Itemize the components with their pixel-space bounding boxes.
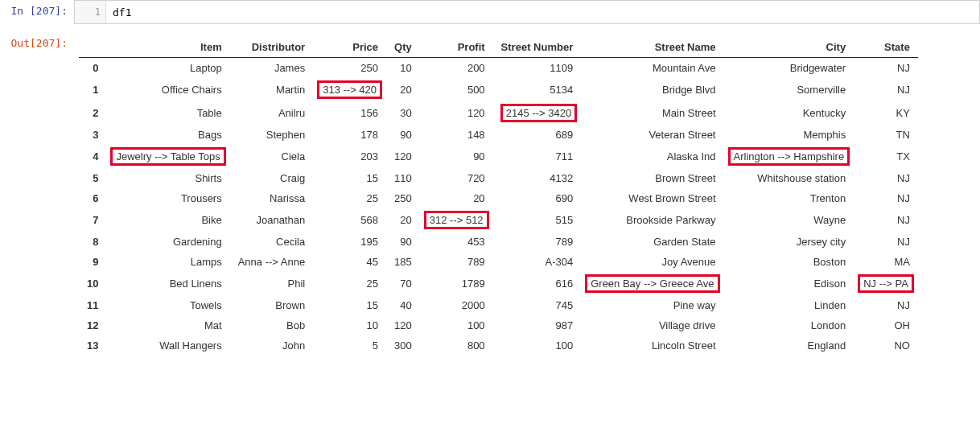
- cell: Bike: [106, 208, 229, 232]
- cell: 45: [313, 252, 386, 272]
- cell: James: [230, 58, 313, 79]
- column-header: Profit: [420, 37, 493, 58]
- cell: Joanathan: [230, 208, 313, 232]
- change-highlight: 312 --> 512: [424, 211, 489, 229]
- cell: Anna --> Anne: [230, 252, 313, 272]
- cell: Bags: [106, 125, 229, 145]
- cell: 120: [386, 145, 420, 168]
- cell: Green Bay --> Greece Ave: [581, 272, 723, 295]
- cell: Memphis: [724, 125, 854, 145]
- cell: Phil: [230, 272, 313, 295]
- header-row: ItemDistributorPriceQtyProfitStreet Numb…: [79, 37, 918, 58]
- cell: Lamps: [106, 252, 229, 272]
- cell: 5134: [493, 78, 582, 101]
- cell: Arlington --> Hampshire: [724, 145, 854, 168]
- cell: Village drive: [581, 315, 723, 335]
- change-highlight: NJ --> PA: [858, 274, 914, 293]
- cell: Pine way: [581, 295, 723, 315]
- cell: A-304: [493, 252, 582, 272]
- line-number: 1: [75, 1, 106, 23]
- cell: Veteran Street: [581, 125, 723, 145]
- cell: KY: [854, 101, 918, 125]
- cell: Edison: [724, 272, 854, 295]
- output-cell: Out[207]: ItemDistributorPriceQtyProfitS…: [0, 32, 980, 356]
- cell: 500: [420, 78, 493, 101]
- cell: Joy Avenue: [581, 252, 723, 272]
- cell: 156: [313, 101, 386, 125]
- cell: NJ: [854, 188, 918, 208]
- output-body: ItemDistributorPriceQtyProfitStreet Numb…: [74, 32, 980, 356]
- table-row: 13Wall HangersJohn5300800100Lincoln Stre…: [79, 335, 918, 356]
- cell: NJ --> PA: [854, 272, 918, 295]
- table-row: 4Jewelry --> Table TopsCiela20312090711A…: [79, 145, 918, 168]
- column-header: Street Number: [493, 37, 582, 58]
- cell: Martin: [230, 78, 313, 101]
- column-header: Qty: [386, 37, 420, 58]
- cell: 15: [313, 295, 386, 315]
- cell: 800: [420, 335, 493, 356]
- cell: TN: [854, 125, 918, 145]
- row-index: 9: [79, 252, 106, 272]
- row-index: 5: [79, 168, 106, 188]
- cell: 2000: [420, 295, 493, 315]
- cell: 313 --> 420: [313, 78, 386, 101]
- code-line[interactable]: df1: [106, 1, 979, 23]
- row-index: 6: [79, 188, 106, 208]
- cell: 789: [493, 232, 582, 252]
- table-row: 3BagsStephen17890148689Veteran StreetMem…: [79, 125, 918, 145]
- cell: 312 --> 512: [420, 208, 493, 232]
- cell: Towels: [106, 295, 229, 315]
- cell: Garden State: [581, 232, 723, 252]
- column-header: Item: [106, 37, 229, 58]
- cell: Bridge Blvd: [581, 78, 723, 101]
- change-highlight: Green Bay --> Greece Ave: [585, 274, 719, 293]
- cell: 568: [313, 208, 386, 232]
- cell: Stephen: [230, 125, 313, 145]
- cell: Kentucky: [724, 101, 854, 125]
- cell: Narissa: [230, 188, 313, 208]
- cell: 5: [313, 335, 386, 356]
- cell: Boston: [724, 252, 854, 272]
- cell: Wayne: [724, 208, 854, 232]
- cell: Office Chairs: [106, 78, 229, 101]
- row-index: 1: [79, 78, 106, 101]
- row-index: 12: [79, 315, 106, 335]
- cell: 4132: [493, 168, 582, 188]
- row-index: 0: [79, 58, 106, 79]
- cell: West Brown Street: [581, 188, 723, 208]
- code-editor[interactable]: 1 df1: [74, 0, 980, 24]
- cell: NJ: [854, 78, 918, 101]
- cell: Table: [106, 101, 229, 125]
- cell: 689: [493, 125, 582, 145]
- cell: Mountain Ave: [581, 58, 723, 79]
- cell: NJ: [854, 295, 918, 315]
- column-header: Street Name: [581, 37, 723, 58]
- cell: 25: [313, 272, 386, 295]
- cell: 100: [493, 335, 582, 356]
- table-row: 11TowelsBrown15402000745Pine wayLindenNJ: [79, 295, 918, 315]
- cell: 10: [386, 58, 420, 79]
- cell: 90: [386, 232, 420, 252]
- cell: OH: [854, 315, 918, 335]
- cell: MA: [854, 252, 918, 272]
- cell: 515: [493, 208, 582, 232]
- header-blank: [79, 37, 106, 58]
- table-row: 9LampsAnna --> Anne45185789A-304Joy Aven…: [79, 252, 918, 272]
- cell: Cecila: [230, 232, 313, 252]
- cell: Laptop: [106, 58, 229, 79]
- column-header: State: [854, 37, 918, 58]
- cell: 616: [493, 272, 582, 295]
- row-index: 13: [79, 335, 106, 356]
- cell: NJ: [854, 58, 918, 79]
- output-prompt: Out[207]:: [0, 32, 74, 49]
- cell: 300: [386, 335, 420, 356]
- cell: 200: [420, 58, 493, 79]
- cell: 120: [420, 101, 493, 125]
- cell: TX: [854, 145, 918, 168]
- cell: 20: [420, 188, 493, 208]
- cell: Brookside Parkway: [581, 208, 723, 232]
- input-prompt: In [207]:: [0, 0, 74, 17]
- cell: 15: [313, 168, 386, 188]
- cell: 250: [386, 188, 420, 208]
- table-row: 7BikeJoanathan56820312 --> 512515Brooksi…: [79, 208, 918, 232]
